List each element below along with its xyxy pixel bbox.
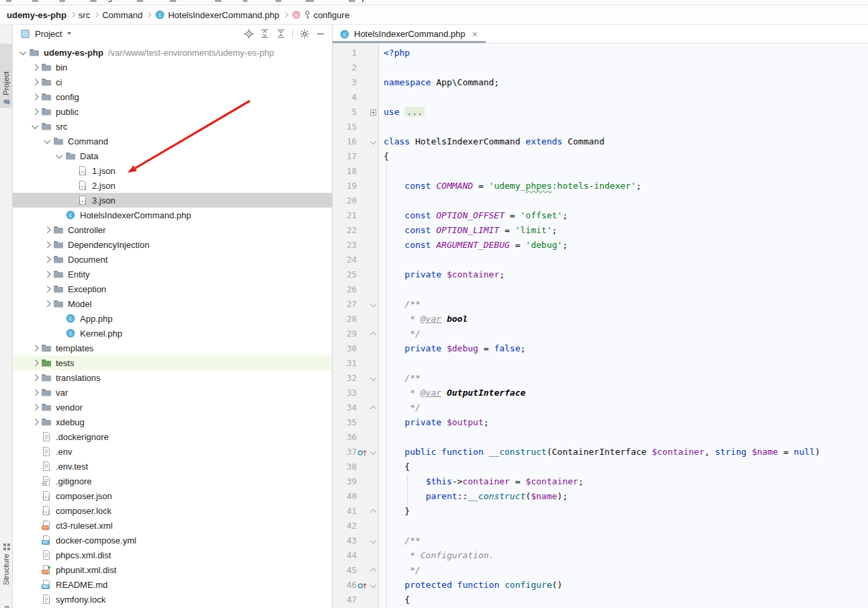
- tree-item-xdebug[interactable]: xdebug: [13, 415, 332, 429]
- code-line[interactable]: 37 public function __construct(Container…: [333, 445, 868, 460]
- code-line[interactable]: 16class HotelsIndexerCommand extends Com…: [333, 134, 868, 149]
- tree-item--env-test[interactable]: .env.test: [13, 459, 332, 474]
- menu-view[interactable]: View: [53, 0, 84, 2]
- code-line[interactable]: 38 {: [333, 460, 868, 474]
- menu-run[interactable]: Run: [209, 0, 237, 2]
- menu-refactor[interactable]: Refactor: [164, 0, 209, 2]
- tree-item-composer-json[interactable]: { }composer.json: [13, 488, 332, 503]
- breadcrumb-item[interactable]: cHotelsIndexerCommand.php: [155, 9, 279, 20]
- code-line[interactable]: 20: [333, 193, 868, 208]
- code-line[interactable]: 47 {: [333, 593, 868, 607]
- chevron-collapsed-icon[interactable]: [44, 286, 50, 292]
- breadcrumb-item[interactable]: src: [79, 10, 90, 20]
- tree-item-entity[interactable]: Entity: [13, 267, 332, 281]
- chevron-collapsed-icon[interactable]: [32, 64, 38, 70]
- fold-collapse-icon[interactable]: [370, 537, 376, 544]
- menu-tools[interactable]: Tools: [237, 0, 269, 2]
- code-line[interactable]: 23 const ARGUMENT_DEBUG = 'debug';: [333, 238, 868, 253]
- tree-item-app-php[interactable]: cApp.php: [13, 311, 332, 326]
- code-line[interactable]: 18: [333, 164, 868, 179]
- stripe-project-button[interactable]: Project: [0, 44, 12, 108]
- tree-item-2-json[interactable]: { }2.json: [13, 178, 332, 193]
- code-line[interactable]: 5use ...: [333, 105, 868, 120]
- fold-collapse-icon[interactable]: [370, 568, 376, 574]
- editor-tab[interactable]: c HotelsIndexerCommand.php ×: [333, 25, 486, 43]
- chevron-collapsed-icon[interactable]: [32, 108, 38, 114]
- fold-collapse-icon[interactable]: [370, 448, 376, 455]
- chevron-collapsed-icon[interactable]: [44, 256, 50, 262]
- tree-item-vendor[interactable]: vendor: [13, 400, 332, 415]
- chevron-expanded-icon[interactable]: [44, 137, 50, 143]
- code-line[interactable]: 26: [333, 282, 868, 297]
- menu-window[interactable]: Window: [300, 0, 343, 2]
- chevron-collapsed-icon[interactable]: [32, 404, 38, 410]
- chevron-collapsed-icon[interactable]: [32, 79, 38, 85]
- hide-icon[interactable]: [314, 28, 327, 40]
- breadcrumb-item[interactable]: udemy-es-php: [7, 10, 67, 20]
- chevron-collapsed-icon[interactable]: [32, 374, 38, 380]
- code-line[interactable]: 21 const OPTION_OFFSET = 'offset';: [333, 208, 868, 223]
- code-line[interactable]: 2: [333, 60, 868, 75]
- tree-item-model[interactable]: Model: [13, 296, 332, 311]
- stripe-structure-button[interactable]: Structure: [0, 529, 12, 588]
- overrides-method-icon[interactable]: [357, 578, 367, 593]
- tree-item-udemy-es-php[interactable]: udemy-es-php/var/www/test-environments/u…: [13, 45, 332, 60]
- tree-item-public[interactable]: public: [13, 104, 332, 119]
- menu-file[interactable]: File: [0, 0, 26, 2]
- tree-item-data[interactable]: Data: [13, 148, 332, 163]
- tree-item-dependencyinjection[interactable]: DependencyInjection: [13, 237, 332, 252]
- tree-item-var[interactable]: var: [13, 385, 332, 400]
- chevron-collapsed-icon[interactable]: [44, 300, 50, 306]
- tree-item-translations[interactable]: translations: [13, 370, 332, 385]
- code-line[interactable]: 25 private $container;: [333, 267, 868, 282]
- code-editor[interactable]: 1<?php23namespace App\Command;45use ...1…: [333, 44, 868, 608]
- close-icon[interactable]: ×: [472, 30, 477, 39]
- chevron-collapsed-icon[interactable]: [32, 419, 38, 425]
- expand-all-icon[interactable]: [259, 28, 271, 40]
- tree-item-symfony-lock[interactable]: symfony.lock: [13, 592, 332, 607]
- breadcrumb-item[interactable]: mconfigure: [292, 10, 349, 20]
- fold-collapse-icon[interactable]: [370, 138, 376, 144]
- chevron-collapsed-icon[interactable]: [32, 93, 38, 99]
- code-line[interactable]: 4: [333, 90, 868, 105]
- tree-item-document[interactable]: Document: [13, 252, 332, 267]
- project-panel-title[interactable]: Project: [35, 29, 62, 39]
- fold-collapse-icon[interactable]: [370, 405, 376, 412]
- tree-item-ct3-ruleset-xml[interactable]: <>ct3-ruleset.xml: [13, 518, 332, 533]
- code-line[interactable]: 35 private $output;: [333, 415, 868, 430]
- chevron-collapsed-icon[interactable]: [44, 226, 50, 232]
- fold-expand-icon[interactable]: [370, 110, 376, 116]
- tree-item-bin[interactable]: bin: [13, 60, 332, 75]
- tree-item-docker-compose-yml[interactable]: DCdocker-compose.yml: [13, 533, 332, 548]
- code-line[interactable]: 15: [333, 120, 868, 134]
- code-line[interactable]: 17{: [333, 149, 868, 164]
- tree-item-ci[interactable]: ci: [13, 75, 332, 89]
- tree-item-command[interactable]: Command: [13, 134, 332, 148]
- tree-item-config[interactable]: config: [13, 89, 332, 104]
- fold-collapse-icon[interactable]: [370, 374, 376, 381]
- code-line[interactable]: 29 */: [333, 327, 868, 341]
- chevron-collapsed-icon[interactable]: [32, 389, 38, 395]
- tree-item-hotelsindexercommand-php[interactable]: cHotelsIndexerCommand.php: [13, 208, 332, 222]
- code-line[interactable]: 19 const COMMAND = 'udemy_phpes:hotels-i…: [333, 179, 868, 193]
- code-line[interactable]: 31: [333, 356, 868, 371]
- tree-item-controller[interactable]: Controller: [13, 222, 332, 237]
- tree-item-phpunit-xml-dist[interactable]: <>phpunit.xml.dist: [13, 562, 332, 577]
- chevron-collapsed-icon[interactable]: [44, 271, 50, 277]
- tree-item-1-json[interactable]: { }1.json: [13, 163, 332, 178]
- code-line[interactable]: 32 /**: [333, 371, 868, 386]
- menu-help[interactable]: Help: [343, 0, 373, 2]
- chevron-down-icon[interactable]: [67, 32, 71, 35]
- code-line[interactable]: 3namespace App\Command;: [333, 75, 868, 90]
- menu-vcs[interactable]: VCS: [269, 0, 300, 2]
- code-line[interactable]: 1<?php: [333, 46, 868, 60]
- tree-item-exception[interactable]: Exception: [13, 281, 332, 296]
- fold-collapse-icon[interactable]: [370, 509, 376, 515]
- chevron-expanded-icon[interactable]: [56, 152, 62, 158]
- code-line[interactable]: 42: [333, 519, 868, 533]
- tree-item-tests[interactable]: tests: [13, 355, 332, 370]
- code-line[interactable]: 22 const OPTION_LIMIT = 'limit';: [333, 223, 868, 238]
- code-line[interactable]: 43 /**: [333, 533, 868, 548]
- chevron-collapsed-icon[interactable]: [44, 241, 50, 247]
- code-line[interactable]: 40 parent::__construct($name);: [333, 489, 868, 504]
